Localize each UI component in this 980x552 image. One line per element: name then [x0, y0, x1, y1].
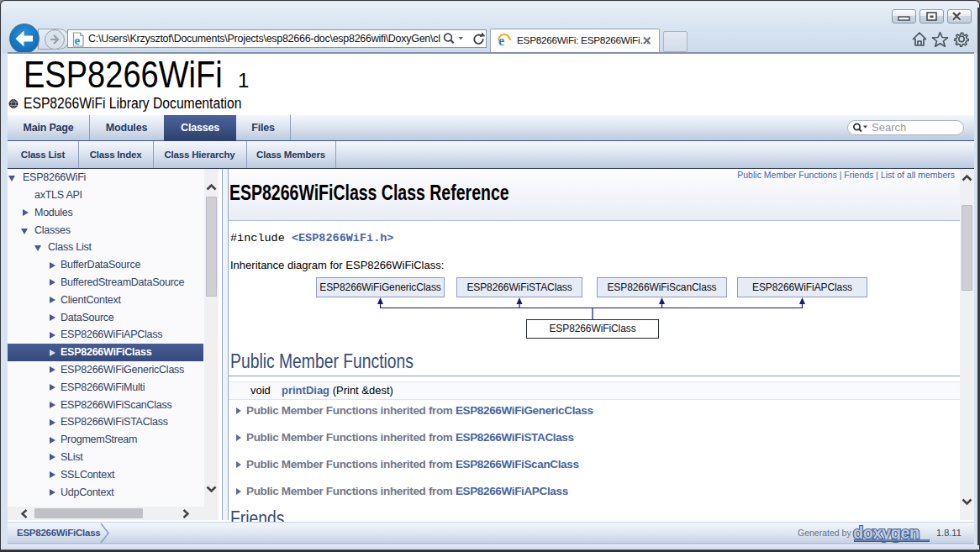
svg-text:doxygen: doxygen — [853, 523, 919, 542]
svg-text:e: e — [75, 34, 81, 47]
